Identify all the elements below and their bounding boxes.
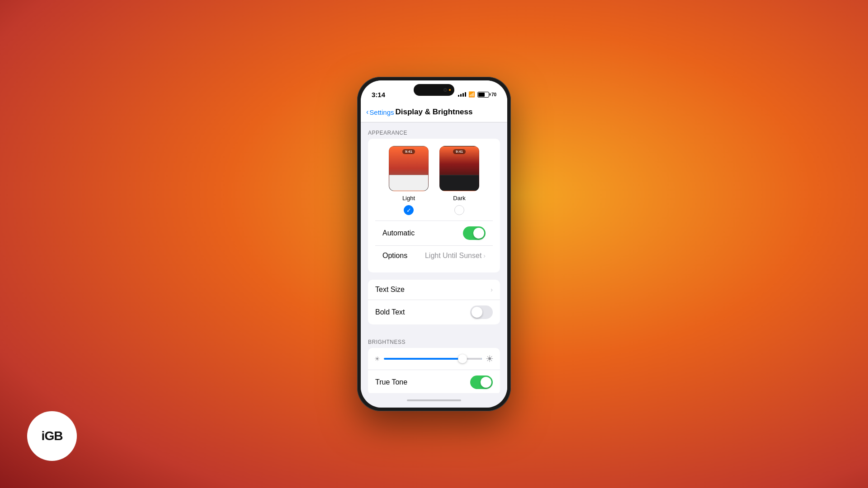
appearance-light-option[interactable]: 9:41 Light ✓ — [389, 146, 429, 215]
automatic-row: Automatic — [375, 221, 493, 245]
brightness-slider[interactable] — [384, 358, 482, 360]
status-icons: 📶 70 — [458, 91, 496, 98]
page-title: Display & Brightness — [396, 108, 473, 117]
appearance-options: 9:41 Light ✓ 9:41 D — [375, 146, 493, 215]
text-size-label: Text Size — [375, 286, 405, 294]
light-preview: 9:41 — [389, 146, 429, 191]
light-label: Light — [402, 195, 415, 202]
options-value-container: Light Until Sunset › — [425, 252, 486, 260]
automatic-toggle[interactable] — [463, 226, 486, 240]
options-label: Options — [382, 252, 407, 260]
gap-2 — [361, 324, 507, 332]
true-tone-toggle[interactable] — [470, 375, 493, 389]
status-time: 3:14 — [372, 91, 385, 99]
brightness-low-icon: ☀ — [374, 355, 380, 362]
signal-icon — [458, 92, 466, 97]
settings-content: APPEARANCE 9:41 Light ✓ — [361, 122, 507, 393]
brightness-card: ☀ ☀ True Tone — [368, 348, 500, 393]
options-value: Light Until Sunset — [425, 252, 481, 260]
iphone-frame: 3:14 📶 70 ‹ — [357, 77, 511, 411]
true-tone-toggle-thumb — [481, 377, 491, 388]
brightness-section-label: BRIGHTNESS — [361, 332, 507, 348]
back-chevron-icon: ‹ — [366, 108, 368, 116]
nav-bar: ‹ Settings Display & Brightness — [361, 104, 507, 122]
gap-1 — [361, 272, 507, 280]
camera-dot — [443, 88, 447, 92]
light-bottom — [389, 175, 428, 191]
battery-icon — [477, 92, 489, 98]
dark-label: Dark — [453, 195, 465, 202]
automatic-label: Automatic — [382, 229, 415, 237]
brightness-high-icon: ☀ — [486, 353, 494, 364]
home-bar — [407, 399, 461, 401]
brightness-slider-row: ☀ ☀ — [368, 348, 500, 370]
battery-fill — [478, 93, 485, 97]
status-bar: 3:14 📶 70 — [361, 80, 507, 104]
dark-radio[interactable] — [454, 205, 464, 215]
dark-time: 9:41 — [453, 149, 466, 154]
appearance-dark-option[interactable]: 9:41 Dark — [439, 146, 479, 215]
appearance-card: 9:41 Light ✓ 9:41 D — [368, 139, 500, 272]
options-row[interactable]: Options Light Until Sunset › — [375, 245, 493, 265]
igb-logo: iGB — [27, 411, 77, 461]
bold-text-toggle-thumb — [472, 307, 482, 318]
home-indicator — [361, 393, 507, 408]
true-tone-label: True Tone — [375, 378, 407, 386]
wifi-icon: 📶 — [468, 91, 475, 98]
appearance-section-label: APPEARANCE — [361, 122, 507, 139]
bold-text-toggle[interactable] — [470, 305, 493, 319]
camera-indicator — [449, 89, 451, 91]
bold-text-row: Bold Text — [368, 300, 500, 324]
text-size-chevron-icon: › — [491, 286, 493, 293]
options-chevron-icon: › — [483, 252, 486, 259]
dynamic-island — [414, 84, 454, 96]
dark-bottom — [440, 175, 479, 191]
toggle-thumb — [473, 228, 484, 239]
text-settings-card: Text Size › Bold Text — [368, 280, 500, 324]
back-button[interactable]: ‹ Settings — [366, 108, 394, 116]
light-time: 9:41 — [402, 149, 415, 154]
battery-label: 70 — [491, 92, 496, 97]
back-label: Settings — [369, 108, 394, 116]
light-radio[interactable]: ✓ — [404, 205, 414, 215]
iphone-screen: 3:14 📶 70 ‹ — [361, 80, 507, 408]
igb-logo-text: iGB — [42, 429, 63, 443]
bold-text-label: Bold Text — [375, 308, 405, 316]
text-size-row[interactable]: Text Size › — [368, 280, 500, 300]
checkmark-icon: ✓ — [406, 207, 411, 214]
true-tone-row: True Tone — [368, 370, 500, 393]
text-size-value: › — [491, 286, 493, 293]
slider-thumb — [458, 354, 467, 363]
dark-preview: 9:41 — [439, 146, 479, 191]
